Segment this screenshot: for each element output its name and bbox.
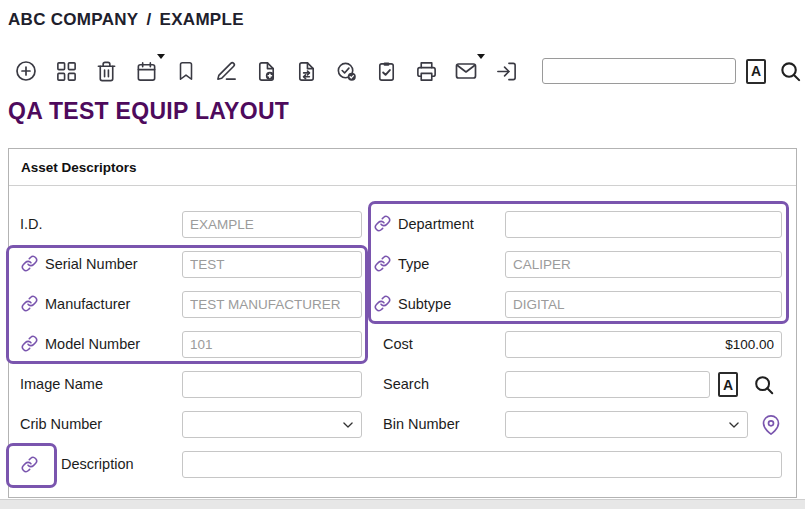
breadcrumb: ABC COMPANY / EXAMPLE [8,10,244,30]
bin-location-button[interactable] [760,411,782,438]
field-label-department: Department [398,215,474,233]
id-input[interactable] [182,211,362,238]
bookmark-button[interactable] [174,57,198,85]
panel-title: Asset Descriptors [21,160,137,175]
cost-input[interactable] [505,331,782,358]
page-title: QA TEST EQUIP LAYOUT [8,98,289,125]
field-label-id: I.D. [20,215,43,233]
model-number-input[interactable] [182,331,362,358]
link-icon [21,255,38,272]
field-label-cost: Cost [383,335,413,353]
type-link-icon[interactable] [374,255,392,273]
chevron-down-icon [341,418,355,432]
type-input[interactable] [505,251,782,278]
file-transfer-button[interactable] [294,57,318,85]
field-label-manufacturer: Manufacturer [45,295,130,313]
model-number-link-icon[interactable] [21,335,39,353]
file-transfer-icon [295,60,318,83]
toolbar-search-button[interactable] [778,58,802,84]
bottom-scroll-area [0,499,805,509]
exit-record-button[interactable] [494,57,518,85]
link-icon [21,456,38,473]
link-icon [21,335,38,352]
bookmark-icon [175,60,197,82]
breadcrumb-separator: / [147,10,152,30]
dropdown-caret-icon [157,54,165,59]
panel-header: Asset Descriptors [9,149,796,186]
breadcrumb-company[interactable]: ABC COMPANY [8,10,139,30]
field-label-serial-number: Serial Number [45,255,138,273]
crib-number-select[interactable] [182,411,362,438]
subtype-input[interactable] [505,291,782,318]
exit-icon [495,60,518,83]
approve-button[interactable] [334,57,358,85]
edit-icon [215,60,238,83]
approve-icon [335,60,358,83]
department-input[interactable] [505,211,782,238]
field-search-button[interactable] [751,372,777,398]
field-label-image-name: Image Name [20,375,103,393]
field-label-search: Search [383,375,429,393]
field-label-model-number: Model Number [45,335,140,353]
print-button[interactable] [414,57,438,85]
subtype-link-icon[interactable] [374,295,392,313]
checklist-button[interactable] [374,57,398,85]
toolbar-match-case-button[interactable]: A [746,59,766,84]
link-icon [374,215,391,232]
dropdown-caret-icon [477,54,485,59]
manufacturer-input[interactable] [182,291,362,318]
link-icon [374,255,391,272]
field-search-input[interactable] [505,371,710,398]
toolbar: A [14,54,802,88]
field-label-crib-number: Crib Number [20,415,102,433]
add-icon [14,59,38,83]
toolbar-search-input[interactable] [542,58,736,84]
delete-button[interactable] [94,57,118,85]
grid-icon [55,60,78,83]
file-add-icon [255,60,278,83]
image-name-input[interactable] [182,371,362,398]
email-icon [454,59,478,83]
checklist-icon [375,60,398,83]
field-label-description: Description [61,455,134,473]
chevron-down-icon [727,418,741,432]
serial-number-link-icon[interactable] [21,255,39,273]
print-icon [415,60,438,83]
link-icon [21,295,38,312]
breadcrumb-record[interactable]: EXAMPLE [160,10,244,30]
bin-number-select[interactable] [505,411,748,438]
add-button[interactable] [14,57,38,85]
edit-button[interactable] [214,57,238,85]
field-label-bin-number: Bin Number [383,415,460,433]
calendar-icon [135,60,158,83]
serial-number-input[interactable] [182,251,362,278]
field-label-type: Type [398,255,429,273]
delete-icon [95,60,118,83]
department-link-icon[interactable] [374,215,392,233]
asset-descriptors-panel: Asset Descriptors I.D. Serial Number Man… [8,148,797,498]
field-label-subtype: Subtype [398,295,451,313]
email-dropdown-button[interactable] [454,57,478,85]
search-icon [779,60,802,83]
link-icon [374,295,391,312]
panel-body: I.D. Serial Number Manufacturer Model Nu… [9,186,796,497]
description-input[interactable] [182,451,782,478]
calendar-dropdown-button[interactable] [134,57,158,85]
description-link-icon[interactable] [21,456,39,474]
map-pin-icon [761,415,781,435]
batch-grid-button[interactable] [54,57,78,85]
file-add-button[interactable] [254,57,278,85]
field-match-case-button[interactable]: A [718,372,738,397]
manufacturer-link-icon[interactable] [21,295,39,313]
search-icon [753,374,775,396]
